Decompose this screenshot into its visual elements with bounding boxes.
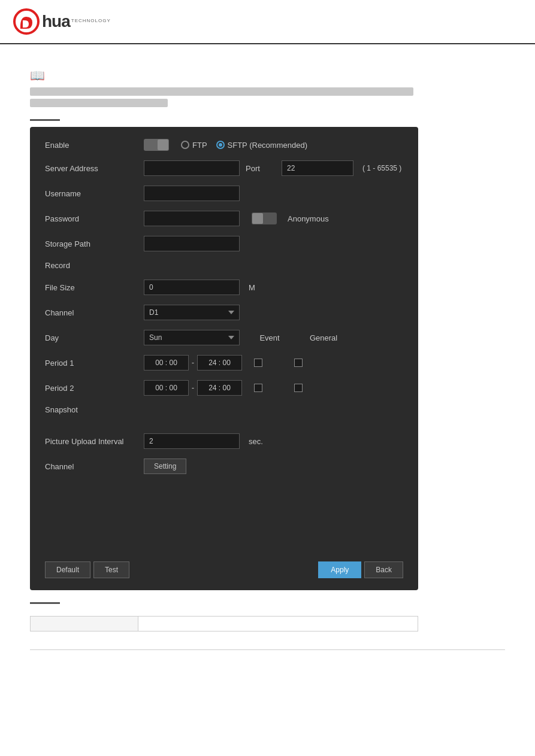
period1-inputs: - xyxy=(144,355,242,371)
period1-checkboxes xyxy=(254,359,303,367)
settings-panel: Enable FTP SFTP (Recommended) xyxy=(30,127,418,590)
table-cell-left xyxy=(31,617,138,631)
channel-label: Channel xyxy=(45,308,138,317)
file-size-input[interactable] xyxy=(144,280,240,295)
book-icon: 📖 xyxy=(30,68,505,83)
channel-select[interactable]: D1 D2 D3 D4 xyxy=(144,305,240,320)
note-line-1 xyxy=(30,87,413,96)
ftp-label: FTP xyxy=(192,141,207,150)
channel2-label: Channel xyxy=(45,462,138,471)
period1-event-checkbox[interactable] xyxy=(254,359,262,367)
storage-path-row: Storage Path xyxy=(45,236,403,251)
period1-end-input[interactable] xyxy=(197,355,242,371)
sftp-label: SFTP (Recommended) xyxy=(228,141,307,150)
picture-upload-input[interactable] xyxy=(144,433,240,449)
enable-label: Enable xyxy=(45,141,138,150)
section-divider-bottom xyxy=(30,602,60,604)
channel-row: Channel D1 D2 D3 D4 xyxy=(45,305,403,320)
username-row: Username xyxy=(45,186,403,201)
file-size-unit: M xyxy=(249,283,255,292)
period1-general-checkbox[interactable] xyxy=(294,359,303,367)
snapshot-label: Snapshot xyxy=(45,405,138,414)
period2-end-input[interactable] xyxy=(197,380,242,396)
period2-start-input[interactable] xyxy=(144,380,189,396)
server-address-label: Server Address xyxy=(45,164,138,173)
general-header: General xyxy=(306,333,341,342)
anonymous-toggle[interactable] xyxy=(252,212,277,224)
period2-separator: - xyxy=(192,384,194,392)
file-size-label: File Size xyxy=(45,283,138,292)
anonymous-label: Anonymous xyxy=(288,214,329,223)
picture-upload-unit: sec. xyxy=(249,437,263,446)
note-line-2 xyxy=(30,99,168,107)
port-input[interactable] xyxy=(282,160,353,176)
storage-path-label: Storage Path xyxy=(45,239,138,248)
record-label: Record xyxy=(45,261,138,270)
bottom-buttons: Default Test Apply Back xyxy=(45,555,403,578)
storage-path-input[interactable] xyxy=(144,236,240,251)
ftp-option[interactable]: FTP xyxy=(181,141,207,150)
password-label: Password xyxy=(45,214,138,223)
logo-tagline: TECHNOLOGY xyxy=(71,18,111,23)
period2-inputs: - xyxy=(144,380,242,396)
left-buttons: Default Test xyxy=(45,561,129,578)
port-range: ( 1 - 65535 ) xyxy=(362,164,401,172)
period1-start-input[interactable] xyxy=(144,355,189,371)
period2-event-checkbox[interactable] xyxy=(254,384,262,392)
period1-row: Period 1 - xyxy=(45,355,403,371)
day-label: Day xyxy=(45,333,138,342)
period2-general-checkbox[interactable] xyxy=(294,384,303,392)
anonymous-knob xyxy=(252,213,263,224)
spacer xyxy=(45,484,403,544)
file-size-row: File Size M xyxy=(45,280,403,295)
bottom-table xyxy=(30,616,418,631)
note-section: 📖 xyxy=(30,68,505,107)
enable-toggle[interactable] xyxy=(144,139,169,151)
dahua-logo-icon xyxy=(12,7,41,36)
period1-label: Period 1 xyxy=(45,359,138,368)
settings-panel-wrapper: Enable FTP SFTP (Recommended) xyxy=(30,127,505,590)
channel2-row: Channel Setting xyxy=(45,459,403,474)
snapshot-row: Snapshot xyxy=(45,405,403,424)
logo-text: hua xyxy=(42,12,70,31)
default-button[interactable]: Default xyxy=(45,561,90,578)
period2-label: Period 2 xyxy=(45,384,138,393)
section-divider-top xyxy=(30,119,60,121)
setting-button[interactable]: Setting xyxy=(144,459,186,474)
period2-checkboxes xyxy=(254,384,303,392)
password-row: Password Anonymous xyxy=(45,211,403,226)
logo: hua TECHNOLOGY xyxy=(12,7,111,36)
toggle-knob xyxy=(158,139,168,150)
test-button[interactable]: Test xyxy=(93,561,129,578)
server-address-input[interactable] xyxy=(144,160,240,176)
footer-line xyxy=(30,649,505,650)
right-buttons: Apply Back xyxy=(318,561,403,578)
event-general-headers: Event General xyxy=(252,333,341,342)
main-content: 📖 Enable FTP xyxy=(0,44,535,662)
table-row xyxy=(31,617,418,631)
protocol-radio-group: FTP SFTP (Recommended) xyxy=(181,141,307,150)
ftp-radio[interactable] xyxy=(181,141,189,149)
header: hua TECHNOLOGY xyxy=(0,0,535,44)
username-input[interactable] xyxy=(144,186,240,201)
picture-upload-label: Picture Upload Interval xyxy=(45,437,138,446)
back-button[interactable]: Back xyxy=(364,561,403,578)
sftp-radio[interactable] xyxy=(216,141,225,149)
day-select[interactable]: Sun Mon Tue Wed Thu Fri Sat xyxy=(144,330,240,345)
day-row: Day Sun Mon Tue Wed Thu Fri Sat Event Ge… xyxy=(45,330,403,345)
port-label: Port xyxy=(246,164,276,173)
enable-row: Enable FTP SFTP (Recommended) xyxy=(45,139,403,151)
event-header: Event xyxy=(252,333,288,342)
sftp-option[interactable]: SFTP (Recommended) xyxy=(216,141,307,150)
picture-upload-row: Picture Upload Interval sec. xyxy=(45,433,403,449)
period1-separator: - xyxy=(192,359,194,367)
record-label-row: Record xyxy=(45,261,403,270)
apply-button[interactable]: Apply xyxy=(318,561,361,578)
password-input[interactable] xyxy=(144,211,240,226)
server-address-row: Server Address Port ( 1 - 65535 ) xyxy=(45,160,403,176)
username-label: Username xyxy=(45,189,138,198)
note-lines xyxy=(30,87,505,107)
table-cell-right xyxy=(138,617,418,631)
period2-row: Period 2 - xyxy=(45,380,403,396)
